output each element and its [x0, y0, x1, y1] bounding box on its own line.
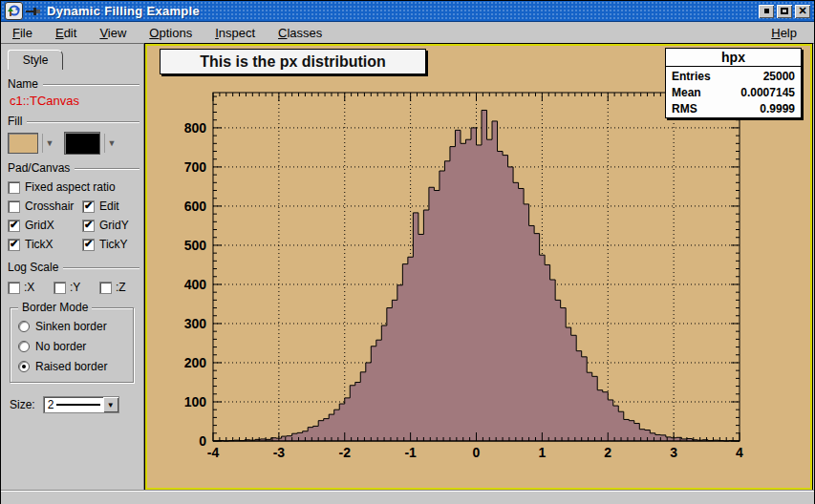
- checkbox-box[interactable]: ✔: [8, 200, 20, 213]
- checkbox-fixed-aspect[interactable]: ✔ Fixed aspect ratio: [8, 180, 116, 194]
- app-window: Dynamic Filling Example ✕ File Edit View…: [0, 0, 815, 504]
- radio-label: Raised border: [35, 360, 107, 373]
- svg-text:2: 2: [604, 445, 611, 460]
- radio-label: No border: [35, 340, 86, 353]
- svg-text:300: 300: [184, 316, 207, 331]
- stat-value: 0.9999: [760, 102, 795, 116]
- menu-options-label: ptions: [159, 26, 192, 40]
- maximize-button[interactable]: [777, 5, 792, 18]
- svg-text:700: 700: [184, 159, 207, 175]
- fill-color-swatch[interactable]: [8, 133, 38, 154]
- checkbox-log-z[interactable]: ✔ :Z: [99, 281, 139, 294]
- tab-style[interactable]: Style: [8, 50, 63, 70]
- radio-no-border[interactable]: No border: [18, 336, 129, 356]
- row-gridx-gridy: ✔ GridX ✔ GridY: [8, 216, 139, 235]
- menu-classes-label: lasses: [287, 26, 322, 40]
- svg-text:4: 4: [736, 445, 743, 460]
- menu-inspect-label: nspect: [219, 26, 255, 40]
- log-scale-section-label: Log Scale: [8, 261, 58, 274]
- svg-text:3: 3: [670, 445, 677, 460]
- check-icon: ✔: [10, 220, 18, 230]
- checkbox-gridy[interactable]: ✔ GridY: [82, 219, 129, 232]
- fill-color-dropdown-icon[interactable]: ▼: [42, 134, 56, 153]
- radio-button[interactable]: [18, 361, 30, 372]
- checkbox-log-x[interactable]: ✔ :X: [8, 281, 48, 294]
- svg-text:100: 100: [184, 394, 207, 410]
- stat-value: 0.0007145: [740, 86, 795, 99]
- line-color-dropdown-icon[interactable]: ▼: [104, 134, 118, 153]
- menu-help-label: elp: [781, 26, 797, 40]
- size-combobox[interactable]: 2 ▼: [43, 396, 119, 413]
- checkbox-edit[interactable]: ✔ Edit: [82, 200, 119, 213]
- menu-view-accel: V: [99, 26, 107, 40]
- line-width-sample: [56, 404, 99, 406]
- checkbox-box[interactable]: ✔: [82, 239, 95, 251]
- radio-raised-border[interactable]: Raised border: [18, 356, 129, 376]
- menu-file[interactable]: File: [9, 24, 36, 42]
- section-fill: Fill: [8, 115, 139, 128]
- svg-text:-2: -2: [339, 445, 352, 460]
- checkbox-box[interactable]: ✔: [54, 282, 66, 294]
- svg-text:200: 200: [184, 355, 207, 370]
- section-pad-canvas: Pad/Canvas: [8, 161, 139, 175]
- size-value: 2: [48, 398, 54, 411]
- checkbox-box[interactable]: ✔: [99, 282, 112, 294]
- menu-file-label: ile: [20, 26, 32, 40]
- line-color-swatch[interactable]: [64, 132, 100, 155]
- menu-edit[interactable]: Edit: [52, 24, 80, 42]
- root-canvas[interactable]: -4-3-2-1012340100200300400500600700800 T…: [145, 44, 812, 490]
- checkbox-crosshair[interactable]: ✔ Crosshair: [8, 200, 82, 213]
- checkbox-gridx[interactable]: ✔ GridX: [8, 219, 82, 232]
- checkbox-box[interactable]: ✔: [8, 220, 20, 232]
- border-mode-legend: Border Mode: [18, 301, 92, 314]
- svg-text:500: 500: [184, 238, 207, 253]
- canvas-name-value: c1::TCanvas: [10, 94, 139, 108]
- close-icon: ✕: [798, 6, 806, 16]
- style-sidebar: Style Name c1::TCanvas Fill ▼ ▼ Pad/Canv…: [2, 44, 144, 490]
- combo-dropdown-icon[interactable]: ▼: [103, 397, 118, 412]
- checkbox-box[interactable]: ✔: [8, 282, 20, 294]
- menu-help[interactable]: Help: [767, 24, 801, 42]
- menu-options-accel: O: [149, 26, 159, 40]
- stats-box[interactable]: hpx Entries 25000 Mean 0.0007145 RMS 0.9…: [665, 48, 802, 118]
- pin-glyph: [26, 7, 41, 16]
- checkbox-box[interactable]: ✔: [8, 181, 20, 194]
- checkbox-label: :X: [24, 281, 34, 294]
- checkbox-label: TickY: [99, 238, 128, 251]
- radio-sinken-border[interactable]: Sinken border: [18, 316, 129, 336]
- svg-text:800: 800: [184, 120, 207, 136]
- radio-button[interactable]: [18, 341, 30, 352]
- pin-icon[interactable]: [26, 3, 41, 20]
- menu-classes[interactable]: Classes: [274, 24, 326, 42]
- stat-row-rms: RMS 0.9999: [672, 102, 795, 116]
- check-icon: ✔: [10, 239, 18, 249]
- menu-view[interactable]: View: [96, 24, 130, 42]
- menu-options[interactable]: Options: [145, 24, 196, 42]
- close-button[interactable]: ✕: [795, 5, 810, 18]
- checkbox-label: Fixed aspect ratio: [25, 180, 116, 194]
- stat-value: 25000: [763, 70, 795, 83]
- check-icon: ✔: [84, 239, 93, 249]
- plot-title-box[interactable]: This is the px distribution: [160, 49, 426, 74]
- size-label: Size:: [10, 398, 35, 411]
- row-crosshair-edit: ✔ Crosshair ✔ Edit: [8, 197, 139, 216]
- svg-text:0: 0: [199, 433, 206, 449]
- title-bar[interactable]: Dynamic Filling Example ✕: [1, 1, 814, 22]
- checkbox-box[interactable]: ✔: [8, 239, 20, 251]
- checkbox-box[interactable]: ✔: [82, 220, 95, 232]
- radio-button[interactable]: [18, 321, 30, 332]
- app-icon[interactable]: [5, 2, 23, 20]
- check-icon: ✔: [84, 200, 93, 211]
- checkbox-tickx[interactable]: ✔ TickX: [8, 238, 82, 251]
- menu-file-accel: F: [12, 26, 20, 40]
- stat-label: RMS: [672, 102, 697, 116]
- minimize-button[interactable]: [759, 5, 774, 18]
- row-log-scale: ✔ :X ✔ :Y ✔ :Z: [8, 277, 139, 298]
- name-section-label: Name: [8, 77, 38, 91]
- checkbox-box[interactable]: ✔: [82, 200, 95, 213]
- row-tickx-ticky: ✔ TickX ✔ TickY: [8, 235, 139, 254]
- plot-title: This is the px distribution: [200, 53, 386, 71]
- checkbox-ticky[interactable]: ✔ TickY: [82, 238, 128, 251]
- menu-inspect[interactable]: Inspect: [211, 24, 259, 42]
- checkbox-log-y[interactable]: ✔ :Y: [54, 281, 94, 294]
